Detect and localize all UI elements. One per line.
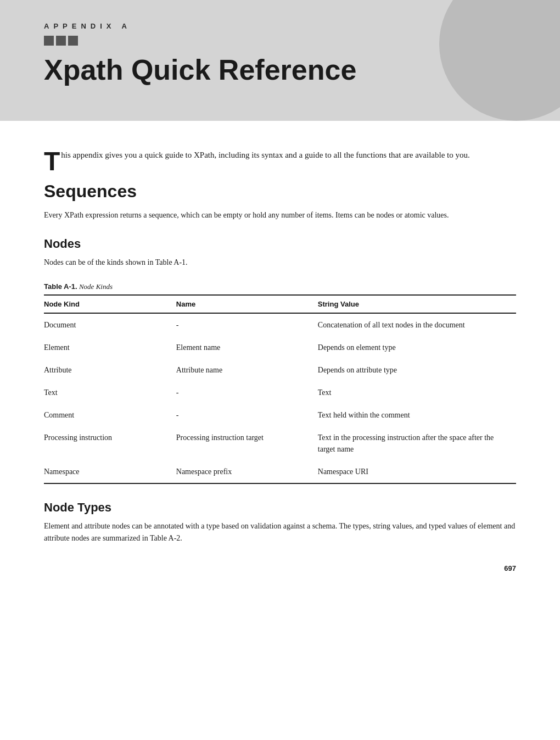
cell-node_kind-4: Comment	[44, 404, 176, 426]
table-caption: Table A-1. Node Kinds	[44, 282, 516, 291]
cell-node_kind-5: Processing instruction	[44, 426, 176, 460]
cell-node_kind-2: Attribute	[44, 359, 176, 381]
main-content: This appendix gives you a quick guide to…	[0, 121, 560, 589]
header-arc-decoration	[439, 0, 560, 121]
cell-string_value-1: Depends on element type	[318, 336, 516, 359]
nodes-body: Nodes can be of the kinds shown in Table…	[44, 257, 516, 269]
cell-name-5: Processing instruction target	[176, 426, 318, 460]
table-caption-bold: Table A-1.	[44, 282, 77, 291]
table-row: Processing instructionProcessing instruc…	[44, 426, 516, 460]
cell-name-4: -	[176, 404, 318, 426]
node-types-heading: Node Types	[44, 500, 516, 515]
cell-name-2: Attribute name	[176, 359, 318, 381]
drop-cap: T	[44, 151, 60, 173]
cell-string_value-5: Text in the processing instruction after…	[318, 426, 516, 460]
table-row: ElementElement nameDepends on element ty…	[44, 336, 516, 359]
square-1	[44, 36, 54, 46]
nodes-heading: Nodes	[44, 237, 516, 251]
page-number: 697	[504, 564, 516, 572]
cell-name-6: Namespace prefix	[176, 460, 318, 483]
node-types-body: Element and attribute nodes can be annot…	[44, 520, 516, 545]
table-row: NamespaceNamespace prefixNamespace URI	[44, 460, 516, 483]
table-row: AttributeAttribute nameDepends on attrib…	[44, 359, 516, 381]
sequences-body: Every XPath expression returns a sequenc…	[44, 209, 516, 221]
intro-paragraph: This appendix gives you a quick guide to…	[44, 148, 516, 162]
cell-string_value-6: Namespace URI	[318, 460, 516, 483]
cell-node_kind-3: Text	[44, 381, 176, 404]
table-row: Document-Concatenation of all text nodes…	[44, 313, 516, 336]
table-row: Text-Text	[44, 381, 516, 404]
node-kinds-table: Node Kind Name String Value Document-Con…	[44, 294, 516, 484]
table-row: Comment-Text held within the comment	[44, 404, 516, 426]
cell-name-0: -	[176, 313, 318, 336]
cell-node_kind-0: Document	[44, 313, 176, 336]
cell-string_value-2: Depends on attribute type	[318, 359, 516, 381]
cell-string_value-4: Text held within the comment	[318, 404, 516, 426]
col-node-kind: Node Kind	[44, 295, 176, 313]
cell-name-3: -	[176, 381, 318, 404]
header-section: APPENDIX A Xpath Quick Reference	[0, 0, 560, 121]
col-string-value: String Value	[318, 295, 516, 313]
sequences-heading: Sequences	[44, 181, 516, 202]
table-header-row: Node Kind Name String Value	[44, 295, 516, 313]
square-3	[68, 36, 78, 46]
square-2	[56, 36, 66, 46]
cell-node_kind-1: Element	[44, 336, 176, 359]
cell-node_kind-6: Namespace	[44, 460, 176, 483]
table-caption-italic: Node Kinds	[79, 282, 113, 291]
intro-text: his appendix gives you a quick guide to …	[61, 151, 469, 159]
col-name: Name	[176, 295, 318, 313]
cell-string_value-3: Text	[318, 381, 516, 404]
cell-string_value-0: Concatenation of all text nodes in the d…	[318, 313, 516, 336]
cell-name-1: Element name	[176, 336, 318, 359]
